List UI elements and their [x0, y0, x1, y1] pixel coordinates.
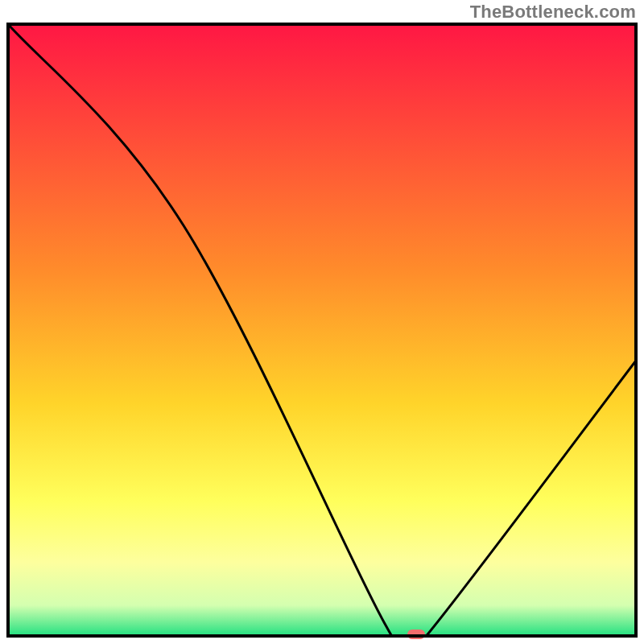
- watermark-text: TheBottleneck.com: [470, 2, 636, 23]
- bottleneck-chart: [0, 0, 644, 644]
- chart-container: { "watermark": "TheBottleneck.com", "cha…: [0, 0, 644, 644]
- chart-background-gradient: [8, 24, 636, 636]
